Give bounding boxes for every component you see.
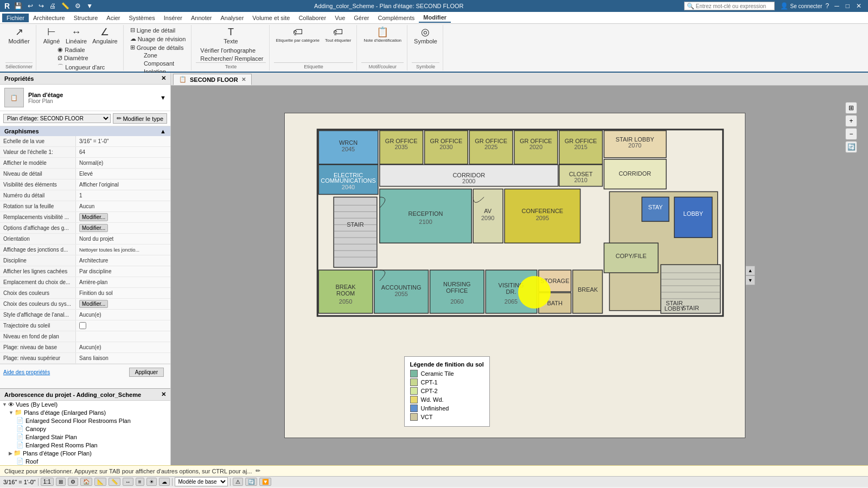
filter-btn[interactable]: 🔽 [259,478,271,486]
properties-btn[interactable]: ⚙ [68,478,78,486]
tree-item-stair-plan[interactable]: 📄 Enlarged Stair Plan [0,433,170,441]
tree-item-rest-rooms[interactable]: 📄 Enlarged Rest Rooms Plan [0,441,170,449]
graphismes-section[interactable]: Graphismes ▲ [0,126,170,136]
tree-item-canopy[interactable]: 📄 Canopy [0,425,170,433]
tab-second-floor[interactable]: 📋 SECOND FLOOR ✕ [173,74,252,85]
ribbon-btn-angulaire[interactable]: ∠ Angulaire [90,26,119,46]
ribbon-btn-nuage[interactable]: ☁ Nuage de révision [128,35,188,43]
ribbon-btn-rechercher[interactable]: Rechercher/ Remplacer [198,55,265,62]
qa-settings-icon[interactable]: ⚙ [74,2,82,10]
close-btn[interactable]: ✕ [854,2,864,10]
prop-value-plage-base[interactable]: Aucun(e) [76,342,170,352]
shadows-btn[interactable]: ☀ [146,478,157,486]
menu-collaborer[interactable]: Collaborer [294,14,330,22]
menu-vue[interactable]: Vue [330,14,349,22]
remplacements-btn[interactable]: Modifier... [79,213,108,221]
align-btn[interactable]: 🏠 [80,478,92,486]
prop-value-echelle[interactable]: 3/16" = 1'-0" [76,136,170,146]
floor-plan-container[interactable]: ⊞ + − 🔄 WRCN 2045 [171,86,868,465]
prop-value-lignes-cachees[interactable]: Par discipline [76,266,170,277]
ribbon-btn-ligne-detail[interactable]: ⊟ Ligne de détail [128,26,188,34]
modify-type-btn[interactable]: ✏ Modifier le type [113,113,167,124]
tree-item-vues[interactable]: ▼ 👁 Vues (By Level) [0,401,170,408]
trajectoire-checkbox[interactable] [79,322,86,329]
dim-btn[interactable]: 📐 [94,478,106,486]
steering-wheel-icon[interactable]: 🔄 [845,141,857,153]
prop-value-jonctions[interactable]: Nettoyer toutes les jonctio... [76,245,170,255]
prop-value-niveau-fond[interactable] [76,331,170,342]
warnings-btn[interactable]: ⚠ [233,478,243,486]
menu-modifier[interactable]: Modifier [419,13,451,23]
apply-btn[interactable]: Appliquer [129,368,164,377]
maximize-btn[interactable]: □ [844,2,852,10]
cloud-btn[interactable]: ☁ [159,478,170,486]
menu-annoter[interactable]: Annoter [187,14,216,22]
help-icon[interactable]: ? [825,2,831,10]
thin-lines-btn[interactable]: ≡ [136,478,144,486]
ribbon-btn-note-identification[interactable]: 📋 Note d'identification [361,26,404,44]
prop-value-choix-couleurs[interactable]: Finition du sol [76,288,170,298]
search-box[interactable]: 🔍 [684,2,775,10]
project-tree-close-icon[interactable]: ✕ [161,391,166,398]
ribbon-btn-zone[interactable]: Zone [142,52,176,59]
camera-btn[interactable]: ↔ [123,478,133,486]
help-link[interactable]: Aide des propriétés [3,369,50,375]
prop-value-emplacement[interactable]: Arrière-plan [76,277,170,287]
qa-save-icon[interactable]: 💾 [13,2,23,10]
menu-fichier[interactable]: Fichier [2,14,29,22]
menu-complements[interactable]: Compléments [373,14,419,22]
prop-value-plage-sup[interactable]: Sans liaison [76,353,170,363]
tile-views-btn[interactable]: ⊞ [56,478,66,486]
minimize-btn[interactable]: ─ [832,2,841,10]
ribbon-btn-lineaire[interactable]: ↔ Linéaire [63,26,89,46]
workset-select[interactable]: Modèle de base [175,477,228,486]
qa-measure-icon[interactable]: 📏 [60,2,71,10]
menu-inserer[interactable]: Insérer [159,14,187,22]
prop-value-trajectoire[interactable] [76,320,170,331]
plan-type-select[interactable]: Plan d'étage: SECOND FLOOR [3,114,111,123]
qa-print-icon[interactable]: 🖨 [48,2,57,10]
tree-item-plans-floor[interactable]: ▶ 📁 Plans d'étage (Floor Plan) [0,449,170,457]
search-input[interactable] [696,3,772,9]
ribbon-btn-tout-etiqueter[interactable]: 🏷 Tout étiqueter [323,26,353,44]
qa-dropdown-icon[interactable]: ▼ [85,2,94,10]
choix-couleurs-sys-btn[interactable]: Modifier... [79,300,108,308]
tab-close-icon[interactable]: ✕ [241,76,246,82]
plan-collapse-icon[interactable]: ▼ [160,94,166,101]
tree-item-enlarged-restrooms[interactable]: 📄 Enlarged Second Floor Restrooms Plan [0,416,170,425]
sync-btn[interactable]: 🔄 [245,478,257,486]
prop-value-rotation[interactable]: Aucun [76,201,170,211]
menu-acier[interactable]: Acier [102,14,124,22]
ribbon-btn-texte[interactable]: T Texte [220,26,241,46]
ribbon-btn-symbole[interactable]: ◎ Symbole [412,26,439,46]
ribbon-btn-modifier[interactable]: ↗ Modifier [6,26,31,46]
prop-value-options[interactable]: Modifier... [76,223,170,233]
qa-redo-icon[interactable]: ↪ [37,2,45,10]
prop-value-modele[interactable]: Normal(e) [76,158,170,168]
tree-item-plans-enlarged[interactable]: ▼ 📁 Plans d'étage (Enlarged Plans) [0,408,170,416]
ribbon-btn-diametre[interactable]: Ø Diamètre [55,54,107,62]
prop-value-discipline[interactable]: Architecture [76,255,170,266]
properties-close-icon[interactable]: ✕ [161,75,166,82]
prop-value-choix-couleurs-sys[interactable]: Modifier... [76,299,170,309]
menu-gerer[interactable]: Gérer [349,14,373,22]
ribbon-btn-longueur[interactable]: ⌒ Longueur d'arc [55,62,107,72]
login-link[interactable]: Se connecter [790,3,822,9]
menu-volume[interactable]: Volume et site [248,14,294,22]
prop-value-valeur[interactable]: 64 [76,147,170,157]
menu-systemes[interactable]: Systèmes [124,14,159,22]
prop-value-numero[interactable]: 1 [76,190,170,201]
prop-value-orientation[interactable]: Nord du projet [76,234,170,244]
ribbon-btn-composant[interactable]: Composant [142,60,176,67]
qa-undo-icon[interactable]: ↩ [27,2,34,10]
menu-analyser[interactable]: Analyser [216,14,248,22]
prop-value-visibilite[interactable]: Afficher l'original [76,179,170,190]
prop-value-style-anal[interactable]: Aucun(e) [76,310,170,320]
view-1-1-btn[interactable]: 1:1 [41,478,54,486]
ribbon-btn-aligner[interactable]: ⊢ Aligné [41,26,62,46]
ribbon-btn-groupe-detail[interactable]: ⊞ Groupe de détails [128,43,188,52]
ribbon-btn-etiquette-cat[interactable]: 🏷 Etiquette par catégorie [274,26,322,44]
ribbon-btn-radiale[interactable]: ◉ Radiale [55,46,107,54]
tree-item-roof[interactable]: 📄 Roof [0,457,170,465]
zoom-out-icon[interactable]: − [845,128,857,140]
